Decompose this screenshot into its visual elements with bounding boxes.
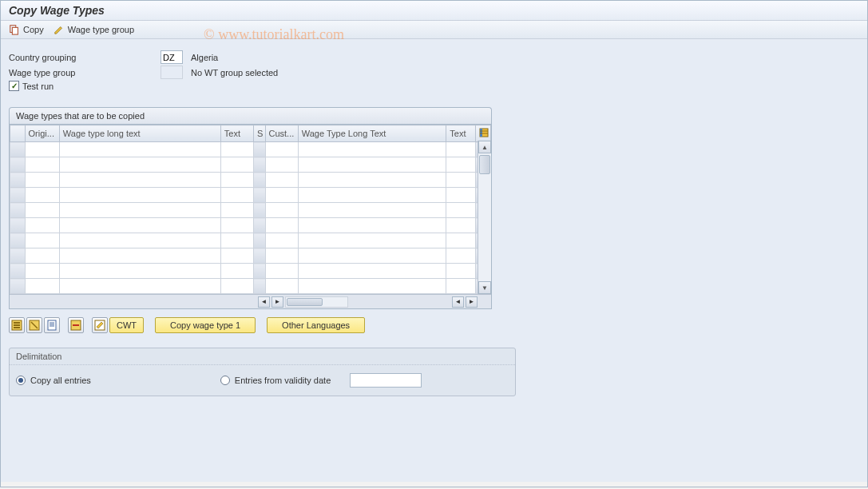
scroll-thumb[interactable]: [479, 155, 490, 174]
cell-origi[interactable]: [25, 218, 59, 233]
scroll-right-icon[interactable]: ►: [466, 296, 478, 308]
row-selector[interactable]: [10, 142, 26, 157]
cell-wage-type-long-text-2[interactable]: [298, 157, 446, 173]
cell-text[interactable]: [220, 233, 253, 248]
cell-origi[interactable]: [25, 264, 59, 279]
cell-s[interactable]: [254, 188, 265, 203]
horizontal-scrollbar-2[interactable]: ◄ ►: [452, 295, 478, 308]
cell-wage-type-long-text[interactable]: [59, 203, 220, 218]
cell-cust[interactable]: [265, 188, 298, 203]
cell-origi[interactable]: [25, 188, 59, 203]
cell-text[interactable]: [220, 142, 253, 157]
cell-wage-type-long-text[interactable]: [59, 157, 220, 173]
row-selector[interactable]: [10, 248, 26, 264]
cell-cust[interactable]: [265, 157, 298, 173]
cell-wage-type-long-text-2[interactable]: [298, 279, 446, 294]
table-row[interactable]: [10, 248, 491, 264]
cell-origi[interactable]: [25, 142, 59, 157]
delete-row-button[interactable]: [68, 317, 84, 333]
cell-wage-type-long-text-2[interactable]: [298, 203, 446, 218]
deselect-all-button[interactable]: [26, 317, 42, 333]
cell-text-2[interactable]: [446, 203, 476, 218]
cell-s[interactable]: [254, 264, 265, 279]
row-selector[interactable]: [10, 233, 26, 248]
table-row[interactable]: [10, 279, 491, 294]
cell-s[interactable]: [254, 157, 265, 173]
column-config[interactable]: [476, 125, 491, 142]
column-cust[interactable]: Cust...: [265, 125, 298, 142]
table-row[interactable]: [10, 157, 491, 173]
row-selector[interactable]: [10, 157, 26, 173]
cell-origi[interactable]: [25, 157, 59, 173]
cell-wage-type-long-text[interactable]: [59, 248, 220, 264]
cell-text-2[interactable]: [446, 279, 476, 294]
scroll-track[interactable]: [478, 153, 491, 281]
table-row[interactable]: [10, 173, 491, 188]
country-grouping-input[interactable]: [161, 50, 183, 64]
cell-origi[interactable]: [25, 279, 59, 294]
table-row[interactable]: [10, 142, 491, 157]
cell-wage-type-long-text-2[interactable]: [298, 218, 446, 233]
cell-s[interactable]: [254, 233, 265, 248]
scroll-left-icon[interactable]: ◄: [452, 296, 464, 308]
column-wage-type-long-text[interactable]: Wage type long text: [59, 125, 220, 142]
cell-cust[interactable]: [265, 279, 298, 294]
copy-button[interactable]: Copy: [9, 24, 44, 35]
cell-cust[interactable]: [265, 248, 298, 264]
scroll-right-icon[interactable]: ►: [271, 296, 283, 308]
cell-text[interactable]: [220, 279, 253, 294]
row-selector[interactable]: [10, 218, 26, 233]
cell-origi[interactable]: [25, 173, 59, 188]
table-row[interactable]: [10, 188, 491, 203]
row-selector[interactable]: [10, 279, 26, 294]
test-run-checkbox[interactable]: [9, 81, 19, 91]
cell-s[interactable]: [254, 203, 265, 218]
cell-wage-type-long-text[interactable]: [59, 279, 220, 294]
cell-text[interactable]: [220, 173, 253, 188]
cell-text-2[interactable]: [446, 248, 476, 264]
cell-text[interactable]: [220, 157, 253, 173]
cell-text[interactable]: [220, 248, 253, 264]
cell-wage-type-long-text-2[interactable]: [298, 248, 446, 264]
column-wage-type-long-text-2[interactable]: Wage Type Long Text: [298, 125, 446, 142]
table-row[interactable]: [10, 264, 491, 279]
validity-date-input[interactable]: [350, 373, 422, 388]
vertical-scrollbar[interactable]: ▲ ▼: [478, 141, 491, 294]
cell-cust[interactable]: [265, 218, 298, 233]
copy-wage-type-1-button[interactable]: Copy wage type 1: [155, 317, 256, 333]
column-selector[interactable]: [10, 125, 26, 142]
cell-s[interactable]: [254, 248, 265, 264]
cell-wage-type-long-text[interactable]: [59, 142, 220, 157]
column-s[interactable]: S: [254, 125, 265, 142]
cwt-button[interactable]: CWT: [109, 317, 144, 333]
row-selector[interactable]: [10, 188, 26, 203]
scroll-up-icon[interactable]: ▲: [478, 141, 491, 153]
cell-text-2[interactable]: [446, 264, 476, 279]
column-text[interactable]: Text: [220, 125, 253, 142]
cell-text[interactable]: [220, 188, 253, 203]
row-selector[interactable]: [10, 203, 26, 218]
cell-cust[interactable]: [265, 142, 298, 157]
cell-text-2[interactable]: [446, 142, 476, 157]
cell-wage-type-long-text[interactable]: [59, 233, 220, 248]
page-button-1[interactable]: [44, 317, 60, 333]
scroll-left-icon[interactable]: ◄: [258, 296, 270, 308]
cell-text-2[interactable]: [446, 218, 476, 233]
cell-text[interactable]: [220, 218, 253, 233]
cell-text-2[interactable]: [446, 233, 476, 248]
cell-s[interactable]: [254, 279, 265, 294]
cell-origi[interactable]: [25, 233, 59, 248]
scroll-down-icon[interactable]: ▼: [478, 281, 491, 294]
cell-text[interactable]: [220, 264, 253, 279]
table-row[interactable]: [10, 203, 491, 218]
cell-cust[interactable]: [265, 264, 298, 279]
cell-s[interactable]: [254, 218, 265, 233]
row-selector[interactable]: [10, 173, 26, 188]
copy-all-entries-radio[interactable]: [16, 376, 26, 385]
cell-wage-type-long-text-2[interactable]: [298, 173, 446, 188]
cell-wage-type-long-text[interactable]: [59, 173, 220, 188]
cell-origi[interactable]: [25, 248, 59, 264]
entries-from-validity-radio[interactable]: [220, 376, 230, 385]
cell-text-2[interactable]: [446, 173, 476, 188]
column-text-2[interactable]: Text: [446, 125, 476, 142]
